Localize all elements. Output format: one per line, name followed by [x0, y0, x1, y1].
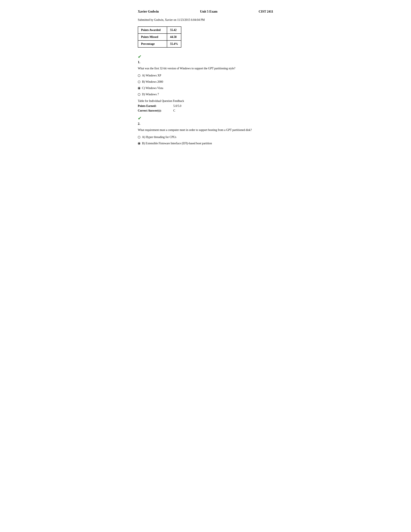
question-number: 2.	[138, 122, 273, 126]
radio-button[interactable]	[138, 142, 140, 145]
radio-inner-dot	[139, 143, 140, 144]
correct-answers-row: Correct Answer(s):C	[138, 109, 273, 112]
answer-option-3: D) Windows 7	[138, 93, 273, 96]
score-label: Points Missed	[138, 34, 167, 40]
score-row: Points Awarded55.42	[138, 27, 181, 34]
points-earned-row: Points Earned:5.0/5.0	[138, 104, 273, 108]
correct-check-icon: ✔	[138, 116, 273, 121]
score-row: Percentage55.4%	[138, 40, 181, 48]
answer-label: A) Windows XP	[142, 74, 161, 77]
answer-option-0: A) Hyper threading for CPUs	[138, 135, 273, 139]
correct-answers-value: C	[173, 109, 175, 112]
score-table: Points Awarded55.42Points Missed44.58Per…	[138, 27, 181, 48]
exam-title: Unit 5 Exam	[200, 10, 217, 13]
page-header: Xavier Godwin Unit 5 Exam CIST 2411	[138, 10, 273, 13]
answer-option-1: B) Windows 2000	[138, 80, 273, 84]
points-earned-value: 5.0/5.0	[173, 104, 181, 108]
points-earned-label: Points Earned:	[138, 104, 173, 108]
answer-option-0: A) Windows XP	[138, 74, 273, 77]
radio-inner-dot	[139, 87, 140, 89]
submission-line: Submitted by Godwin, Xavier on 11/23/201…	[138, 18, 273, 22]
score-label: Points Awarded	[138, 27, 167, 34]
correct-answers-label: Correct Answer(s):	[138, 109, 173, 112]
question-block-1: ✔1.What was the first 32-bit version of …	[138, 54, 273, 112]
radio-button[interactable]	[138, 87, 140, 89]
radio-button[interactable]	[138, 81, 140, 83]
correct-check-icon: ✔	[138, 54, 273, 59]
radio-button[interactable]	[138, 136, 140, 139]
answer-label: D) Windows 7	[142, 93, 159, 96]
answer-label: A) Hyper threading for CPUs	[142, 135, 176, 139]
question-block-2: ✔2.What requirement must a computer meet…	[138, 116, 273, 145]
score-value: 55.4%	[167, 40, 181, 48]
feedback-title: Table for Individual Question Feedback	[138, 99, 273, 103]
radio-button[interactable]	[138, 74, 140, 77]
course-code: CIST 2411	[259, 10, 273, 13]
question-number: 1.	[138, 60, 273, 64]
answer-label: C) Windows Vista	[142, 86, 163, 90]
answer-label: B) Extensible Firmware Interface (EFI)-b…	[142, 142, 212, 145]
question-text: What was the first 32-bit version of Win…	[138, 66, 273, 71]
score-label: Percentage	[138, 40, 167, 48]
radio-button[interactable]	[138, 93, 140, 96]
score-value: 44.58	[167, 34, 181, 40]
question-text: What requirement must a computer meet in…	[138, 128, 273, 132]
feedback-section: Table for Individual Question FeedbackPo…	[138, 99, 273, 112]
score-value: 55.42	[167, 27, 181, 34]
answer-option-2: C) Windows Vista	[138, 86, 273, 90]
answer-label: B) Windows 2000	[142, 80, 163, 84]
student-name: Xavier Godwin	[138, 10, 159, 13]
score-row: Points Missed44.58	[138, 34, 181, 40]
answer-option-1: B) Extensible Firmware Interface (EFI)-b…	[138, 142, 273, 145]
